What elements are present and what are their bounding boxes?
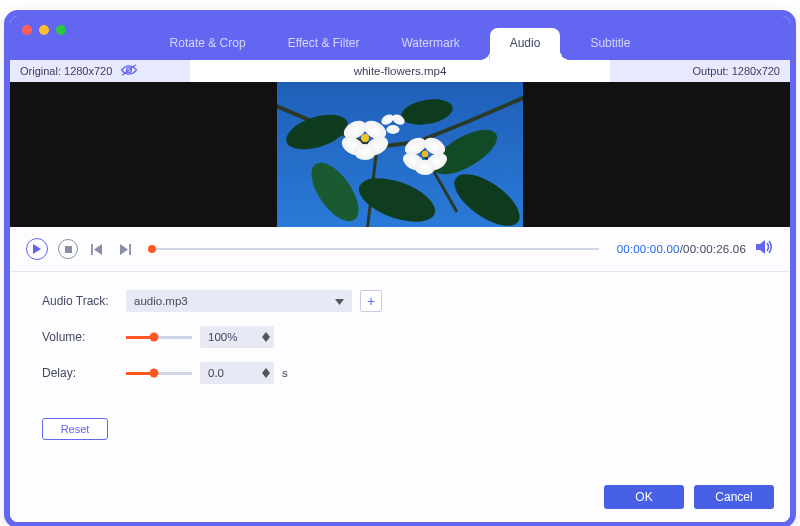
delay-stepper[interactable] <box>262 368 270 378</box>
delay-spinner[interactable]: 0.0 <box>200 362 274 384</box>
seek-handle[interactable] <box>148 245 156 253</box>
delay-row: Delay: 0.0 s <box>42 362 382 384</box>
svg-point-24 <box>386 125 399 134</box>
svg-marker-32 <box>335 299 344 305</box>
volume-spinner[interactable]: 100% <box>200 326 274 348</box>
stop-button[interactable] <box>58 239 78 259</box>
ok-button[interactable]: OK <box>604 485 684 509</box>
next-frame-button[interactable] <box>116 240 134 258</box>
delay-slider[interactable] <box>126 372 192 375</box>
original-label: Original: 1280x720 <box>20 65 112 77</box>
delay-unit: s <box>282 367 288 379</box>
svg-marker-36 <box>262 373 270 378</box>
prev-frame-button[interactable] <box>88 240 106 258</box>
down-arrow-icon[interactable] <box>262 373 270 378</box>
reset-button[interactable]: Reset <box>42 418 108 440</box>
delay-label: Delay: <box>42 366 118 380</box>
play-button[interactable] <box>26 238 48 260</box>
volume-label: Volume: <box>42 330 118 344</box>
tab-effect-filter[interactable]: Effect & Filter <box>276 28 372 60</box>
timecode: 00:00:00.00/00:00:26.06 <box>617 243 746 255</box>
svg-rect-30 <box>129 244 131 255</box>
preview-frame <box>277 82 523 227</box>
delay-value: 0.0 <box>208 367 258 379</box>
tab-subtitle[interactable]: Subtitle <box>578 28 642 60</box>
add-audio-button[interactable]: + <box>360 290 382 312</box>
video-preview <box>10 82 790 227</box>
audio-track-label: Audio Track: <box>42 294 118 308</box>
volume-knob[interactable] <box>149 333 158 342</box>
current-time: 00:00:00.00 <box>617 243 680 255</box>
original-resolution: Original: 1280x720 <box>10 60 190 82</box>
seek-bar[interactable] <box>152 248 599 250</box>
svg-marker-31 <box>756 240 765 254</box>
tab-watermark[interactable]: Watermark <box>389 28 471 60</box>
tab-bar: Rotate & Crop Effect & Filter Watermark … <box>10 16 790 60</box>
svg-point-15 <box>361 134 369 142</box>
playback-bar: 00:00:00.00/00:00:26.06 <box>10 227 790 272</box>
svg-point-21 <box>422 151 429 158</box>
volume-row: Volume: 100% <box>42 326 382 348</box>
audio-panel: Audio Track: audio.mp3 + Volume: 100% <box>10 272 790 476</box>
svg-marker-28 <box>94 244 102 255</box>
svg-marker-25 <box>33 244 41 254</box>
footer: OK Cancel <box>10 476 790 522</box>
hide-original-icon[interactable] <box>120 63 138 79</box>
filename: white-flowers.mp4 <box>190 60 610 82</box>
tab-audio[interactable]: Audio <box>490 28 561 60</box>
svg-marker-29 <box>120 244 128 255</box>
svg-marker-34 <box>262 337 270 342</box>
down-arrow-icon[interactable] <box>262 337 270 342</box>
audio-track-select[interactable]: audio.mp3 <box>126 290 352 312</box>
svg-rect-26 <box>65 246 72 253</box>
output-label: Output: 1280x720 <box>693 65 780 77</box>
minimize-window-icon[interactable] <box>39 25 49 35</box>
svg-point-20 <box>415 160 436 175</box>
volume-slider[interactable] <box>126 336 192 339</box>
volume-stepper[interactable] <box>262 332 270 342</box>
cancel-button[interactable]: Cancel <box>694 485 774 509</box>
close-window-icon[interactable] <box>22 25 32 35</box>
volume-value: 100% <box>208 331 258 343</box>
total-time: 00:00:26.06 <box>683 243 746 255</box>
info-bar: Original: 1280x720 white-flowers.mp4 Out… <box>10 60 790 82</box>
svg-rect-27 <box>91 244 93 255</box>
window-controls <box>22 25 66 35</box>
audio-track-value: audio.mp3 <box>134 295 188 307</box>
titlebar: Rotate & Crop Effect & Filter Watermark … <box>10 16 790 60</box>
audio-track-row: Audio Track: audio.mp3 + <box>42 290 382 312</box>
audio-form: Audio Track: audio.mp3 + Volume: 100% <box>10 272 382 476</box>
delay-knob[interactable] <box>149 369 158 378</box>
svg-point-14 <box>354 144 376 160</box>
tab-rotate-crop[interactable]: Rotate & Crop <box>158 28 258 60</box>
maximize-window-icon[interactable] <box>56 25 66 35</box>
caret-down-icon <box>335 295 344 307</box>
editor-window: Rotate & Crop Effect & Filter Watermark … <box>4 10 796 526</box>
output-resolution: Output: 1280x720 <box>610 60 790 82</box>
volume-icon[interactable] <box>756 239 774 259</box>
